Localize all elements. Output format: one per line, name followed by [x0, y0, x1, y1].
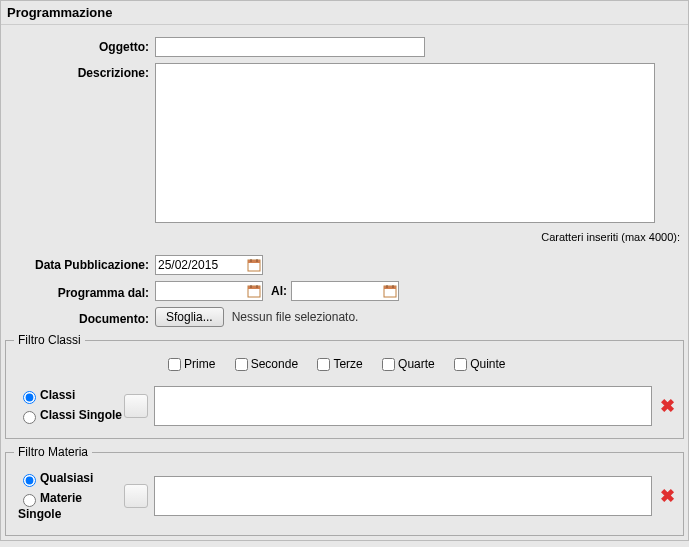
delete-icon[interactable]: ✖	[660, 395, 675, 417]
svg-rect-5	[248, 286, 260, 289]
row-documento: Documento: Sfoglia... Nessun file selezi…	[5, 307, 684, 327]
descrizione-label: Descrizione:	[5, 63, 155, 80]
check-seconde-input[interactable]	[235, 358, 248, 371]
row-oggetto: Oggetto:	[5, 37, 684, 57]
radio-classi-singole[interactable]: Classi Singole	[18, 408, 124, 424]
check-quarte[interactable]: Quarte	[378, 357, 435, 371]
programma-dal-label: Programma dal:	[5, 283, 155, 300]
pick-classi-button[interactable]	[124, 394, 148, 418]
data-pubblicazione-field[interactable]	[155, 255, 263, 275]
svg-rect-9	[384, 286, 396, 289]
al-label: Al:	[263, 284, 291, 298]
calendar-icon[interactable]	[382, 283, 398, 299]
filtro-classi-legend: Filtro Classi	[14, 333, 85, 347]
calendar-icon[interactable]	[246, 257, 262, 273]
classi-radio-group: Classi Classi Singole	[14, 384, 124, 428]
check-terze-input[interactable]	[317, 358, 330, 371]
classi-list[interactable]	[154, 386, 652, 426]
check-prime[interactable]: Prime	[164, 357, 215, 371]
char-counter: Caratteri inseriti (max 4000):	[5, 229, 684, 249]
programmazione-panel: Programmazione Oggetto: Descrizione: Car…	[0, 0, 689, 541]
check-terze[interactable]: Terze	[313, 357, 362, 371]
documento-label: Documento:	[5, 309, 155, 326]
check-quarte-input[interactable]	[382, 358, 395, 371]
calendar-icon[interactable]	[246, 283, 262, 299]
radio-classi[interactable]: Classi	[18, 388, 124, 404]
radio-classi-singole-input[interactable]	[23, 411, 36, 424]
row-data-pubblicazione: Data Pubblicazione:	[5, 255, 684, 275]
radio-materie-singole[interactable]: Materie Singole	[18, 491, 124, 521]
filtro-classi-body: Classi Classi Singole ✖	[14, 384, 675, 428]
filtro-classi-fieldset: Filtro Classi Prime Seconde Terze Quarte…	[5, 333, 684, 439]
grade-checkbox-row: Prime Seconde Terze Quarte Quinte	[164, 355, 675, 374]
radio-classi-input[interactable]	[23, 391, 36, 404]
radio-materie-singole-input[interactable]	[23, 494, 36, 507]
check-seconde[interactable]: Seconde	[231, 357, 298, 371]
radio-qualsiasi-input[interactable]	[23, 474, 36, 487]
panel-title: Programmazione	[1, 1, 688, 25]
materia-radio-group: Qualsiasi Materie Singole	[14, 467, 124, 525]
row-programma-dal: Programma dal: Al:	[5, 281, 684, 301]
check-quinte-input[interactable]	[454, 358, 467, 371]
file-status-text: Nessun file selezionato.	[232, 310, 359, 324]
radio-qualsiasi[interactable]: Qualsiasi	[18, 471, 124, 487]
filtro-materia-body: Qualsiasi Materie Singole ✖	[14, 467, 675, 525]
descrizione-textarea[interactable]	[155, 63, 655, 223]
oggetto-label: Oggetto:	[5, 37, 155, 54]
check-prime-input[interactable]	[168, 358, 181, 371]
data-pubblicazione-input[interactable]	[156, 256, 246, 274]
data-pubblicazione-label: Data Pubblicazione:	[5, 255, 155, 272]
row-descrizione: Descrizione:	[5, 63, 684, 223]
check-quinte[interactable]: Quinte	[450, 357, 505, 371]
svg-rect-1	[248, 260, 260, 263]
materie-list[interactable]	[154, 476, 652, 516]
filtro-materia-fieldset: Filtro Materia Qualsiasi Materie Singole…	[5, 445, 684, 536]
oggetto-input[interactable]	[155, 37, 425, 57]
pick-materie-button[interactable]	[124, 484, 148, 508]
sfoglia-button[interactable]: Sfoglia...	[155, 307, 224, 327]
delete-icon[interactable]: ✖	[660, 485, 675, 507]
filtro-materia-legend: Filtro Materia	[14, 445, 92, 459]
programma-dal-input[interactable]	[156, 282, 246, 300]
al-field[interactable]	[291, 281, 399, 301]
programma-dal-field[interactable]	[155, 281, 263, 301]
al-input[interactable]	[292, 282, 382, 300]
